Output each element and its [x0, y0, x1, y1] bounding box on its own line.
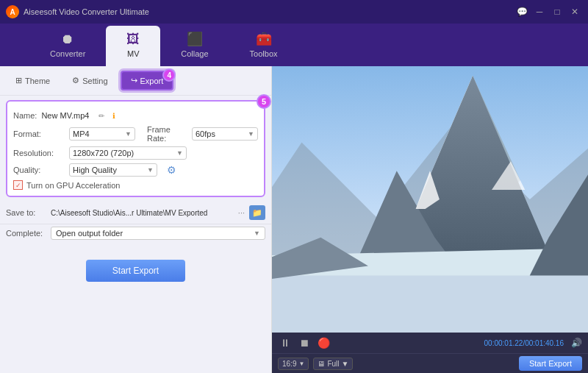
format-row: Format: MP4 ▼ Frame Rate: 60fps ▼ [13, 125, 258, 143]
start-export-button-right[interactable]: Start Export [519, 356, 582, 371]
screen-mode-select[interactable]: 🖥 Full ▼ [313, 358, 353, 370]
format-arrow: ▼ [125, 130, 132, 138]
screen-value: Full [327, 360, 339, 368]
framerate-select[interactable]: 60fps ▼ [192, 127, 258, 141]
format-value: MP4 [73, 129, 90, 138]
stop-button[interactable]: ⏹ [297, 335, 312, 350]
name-value: New MV.mp4 [41, 111, 89, 120]
left-panel: ⊞ Theme ⚙ Setting 4 ↪ Export 5 Name: New… [0, 66, 272, 373]
framerate-arrow: ▼ [248, 130, 254, 138]
saveto-row: Save to: C:\Aiseesoft Studio\Ais...r Ult… [0, 202, 271, 224]
aspect-ratio-select[interactable]: 16:9 ▼ [278, 358, 309, 370]
format-label: Format: [13, 129, 65, 138]
saveto-folder-icon[interactable]: 📁 [249, 205, 265, 220]
video-controls-row2: 16:9 ▼ 🖥 Full ▼ Start Export [272, 353, 588, 373]
saveto-label: Save to: [6, 208, 46, 217]
tab-theme[interactable]: ⊞ Theme [6, 71, 60, 90]
chat-button[interactable]: 💬 [514, 4, 529, 19]
tab-export-label: Export [140, 77, 164, 85]
resolution-label: Resolution: [13, 149, 65, 157]
volume-icon[interactable]: 🔊 [571, 338, 582, 348]
window-controls: 💬 ─ □ ✕ [514, 4, 582, 19]
tab-export[interactable]: 4 ↪ Export [121, 71, 174, 90]
start-export-container: Start Export [0, 249, 271, 292]
quality-value: High Quality [73, 166, 117, 174]
name-row: Name: New MV.mp4 ✏ ℹ [13, 107, 258, 125]
nav-collage[interactable]: ⬛ Collage [160, 25, 229, 66]
gpu-label: Turn on GPU Acceleration [26, 181, 120, 190]
step5-badge: 5 [257, 94, 271, 109]
pause-button[interactable]: ⏸ [278, 335, 293, 350]
nav-toolbox-label: Toolbox [250, 49, 278, 58]
app-title: Aiseesoft Video Converter Ultimate [24, 7, 149, 16]
nav-mv[interactable]: 🖼 MV [106, 26, 160, 66]
mv-icon: 🖼 [126, 32, 140, 47]
saveto-more-icon[interactable]: ··· [238, 208, 245, 217]
tab-bar: ⊞ Theme ⚙ Setting 4 ↪ Export [0, 66, 271, 96]
complete-row: Complete: Open output folder ▼ [0, 224, 271, 242]
complete-value: Open output folder [56, 229, 123, 238]
name-label: Name: [13, 111, 37, 120]
main-area: ⊞ Theme ⚙ Setting 4 ↪ Export 5 Name: New… [0, 66, 588, 373]
tab-theme-label: Theme [25, 77, 50, 85]
nav-mv-label: MV [127, 49, 140, 58]
time-display: 00:00:01.22/00:01:40.16 [484, 339, 564, 347]
setting-icon: ⚙ [72, 76, 79, 85]
name-icons: ✏ ℹ [96, 110, 119, 121]
converter-icon: ⏺ [61, 32, 74, 47]
resolution-select[interactable]: 1280x720 (720p) ▼ [69, 146, 187, 160]
toolbox-icon: 🧰 [256, 31, 272, 47]
export-settings-panel: 5 Name: New MV.mp4 ✏ ℹ Format: MP4 ▼ Fra… [6, 100, 265, 197]
info-icon[interactable]: ℹ [109, 110, 119, 121]
framerate-value: 60fps [196, 129, 215, 138]
gpu-checkbox[interactable]: ✓ [13, 180, 23, 190]
record-button[interactable]: 🔴 [316, 335, 331, 350]
quality-select[interactable]: High Quality ▼ [69, 163, 157, 177]
format-select[interactable]: MP4 ▼ [69, 127, 135, 141]
tab-setting-label: Setting [82, 77, 107, 85]
titlebar-left: A Aiseesoft Video Converter Ultimate [6, 5, 149, 18]
complete-select[interactable]: Open output folder ▼ [51, 227, 265, 240]
screen-arrow: ▼ [342, 360, 349, 368]
top-navigation: ⏺ Converter 🖼 MV ⬛ Collage 🧰 Toolbox [0, 24, 588, 66]
export-icon: ↪ [131, 76, 137, 85]
close-button[interactable]: ✕ [567, 4, 582, 19]
tab-setting[interactable]: ⚙ Setting [62, 71, 117, 90]
video-preview [272, 66, 588, 333]
saveto-path: C:\Aiseesoft Studio\Ais...r Ultimate\MV … [51, 209, 234, 217]
collage-icon: ⬛ [187, 31, 203, 47]
nav-converter[interactable]: ⏺ Converter [29, 26, 106, 66]
aspect-ratio-value: 16:9 [282, 360, 296, 368]
svg-rect-9 [272, 266, 588, 333]
mountain-scene [272, 66, 588, 333]
right-panel: ⏸ ⏹ 🔴 00:00:01.22/00:01:40.16 🔊 16:9 ▼ 🖥… [272, 66, 588, 373]
quality-row: Quality: High Quality ▼ ⚙ [13, 163, 258, 177]
nav-collage-label: Collage [181, 49, 208, 58]
titlebar: A Aiseesoft Video Converter Ultimate 💬 ─… [0, 0, 588, 24]
theme-icon: ⊞ [15, 76, 22, 85]
resolution-arrow: ▼ [176, 149, 183, 157]
step4-badge: 4 [162, 68, 176, 82]
complete-label: Complete: [6, 229, 46, 238]
gpu-row: ✓ Turn on GPU Acceleration [13, 180, 258, 190]
screen-icon: 🖥 [318, 360, 325, 368]
edit-name-icon[interactable]: ✏ [96, 110, 107, 121]
resolution-value: 1280x720 (720p) [73, 149, 134, 157]
ratio-arrow: ▼ [298, 360, 304, 367]
quality-settings-icon[interactable]: ⚙ [165, 163, 178, 177]
app-icon: A [6, 5, 19, 18]
resolution-row: Resolution: 1280x720 (720p) ▼ [13, 146, 258, 160]
nav-toolbox[interactable]: 🧰 Toolbox [229, 25, 298, 66]
quality-arrow: ▼ [147, 166, 154, 174]
video-controls-bar: ⏸ ⏹ 🔴 00:00:01.22/00:01:40.16 🔊 [272, 333, 588, 353]
complete-arrow: ▼ [254, 230, 260, 237]
maximize-button[interactable]: □ [550, 4, 564, 19]
minimize-button[interactable]: ─ [532, 4, 547, 19]
framerate-label: Frame Rate: [147, 125, 184, 143]
start-export-button-left[interactable]: Start Export [86, 260, 185, 282]
quality-label: Quality: [13, 166, 65, 174]
nav-converter-label: Converter [50, 49, 85, 58]
